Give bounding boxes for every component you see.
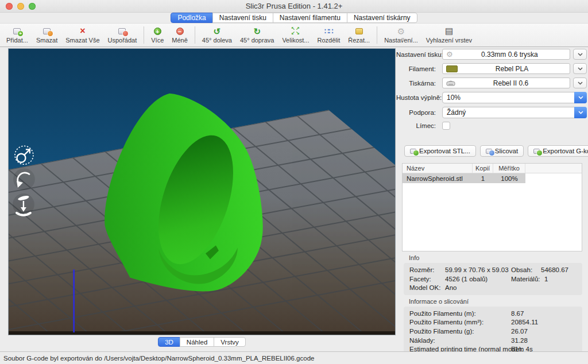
tab-podlozka[interactable]: Podložka [171,13,212,23]
tab-3d[interactable]: 3D [158,337,180,347]
view-mode-tab-bar: 3D Náhled Vrstvy [8,337,396,347]
table-header-row: Název Kopií Měřítko [403,164,582,173]
printer-label: Tiskárna: [396,80,442,87]
column-header-nazev: Název [403,164,473,173]
printer-select[interactable]: Rebel II 0.6 [442,78,570,88]
facets-label: Facety: [409,275,445,284]
filament-color-swatch [446,65,458,72]
chevron-down-icon [578,53,583,56]
rotate-gizmo[interactable] [13,168,35,190]
slice-button[interactable]: Slicovat [480,145,524,157]
cut-cube-icon [355,26,363,36]
slicing-group-title: Informace o slicování [409,298,587,305]
chevron-down-icon [578,82,583,85]
app-window: Slic3r Prusa Edition - 1.41.2+ Podložka … [0,0,588,364]
arrange-button[interactable]: Uspořádat [104,24,141,47]
arrange-cubes-icon [118,26,126,36]
title-bar: Slic3r Prusa Edition - 1.41.2+ [0,0,588,13]
split-dots-icon: ∷∷ [324,26,333,36]
flatten-gizmo[interactable] [13,193,34,215]
table-row[interactable]: NarrowSpheroid.stl 1 100% [403,173,582,183]
3d-viewport-canvas[interactable] [8,48,396,335]
gear-icon: ⚙ [397,26,405,36]
delete-all-x-icon: × [80,26,85,36]
rotate-right-button[interactable]: ↻ 45° doprava [236,24,278,47]
filament-mm3-label: Použito Filamentu (mm³): [409,318,511,327]
materials-value: 1 [541,275,582,284]
rotate-ccw-icon: ↺ [214,26,221,36]
toolbar-separator [377,26,377,44]
pane-splitter-handle[interactable] [401,38,404,41]
scale-arrows-icon: ↖↗↙↘ [291,26,300,36]
settings-sidebar: Nastavení tisku: ⚙ 0.33mm 0.6 tryska Fil… [396,49,587,357]
fewer-copies-button[interactable]: − Méně [168,24,192,47]
filament-mm3-value: 20854.11 [511,318,582,327]
support-dropdown[interactable]: Žádný [442,107,587,118]
model-ok-label: Model OK: [409,284,445,293]
more-copies-button[interactable]: + Více [147,24,168,47]
filament-select[interactable]: Rebel PLA [442,63,570,74]
rotate-left-button[interactable]: ↺ 45° doleva [198,24,236,47]
tab-vrstvy[interactable]: Vrstvy [214,337,246,347]
main-tab-bar: Podložka Nastavení tisku Nastavení filam… [0,13,588,23]
window-title: Slic3r Prusa Edition - 1.41.2+ [0,2,588,10]
minimize-window-button[interactable] [17,3,24,10]
slice-cube-icon [486,149,492,154]
cost-value: 31.28 [511,336,582,346]
delete-all-button[interactable]: × Smazat Vše [61,24,103,47]
tab-nastaveni-tiskarny[interactable]: Nastavení tiskárny [347,13,417,23]
filament-dropdown-button[interactable] [573,63,587,74]
delete-button[interactable]: Smazat [32,24,61,47]
tab-nahled[interactable]: Náhled [180,337,214,347]
tab-nastaveni-filamentu[interactable]: Nastavení filamentu [273,13,347,23]
export-cube-icon [533,149,540,154]
slicing-group-box: Použito Filamentu (m): 8.67 Použito Fila… [404,307,582,357]
printer-icon [446,80,455,86]
zoom-window-button[interactable] [29,3,36,10]
filament-g-label: Použito Filamentu (g): [409,327,511,336]
layer-smoothing-button[interactable]: ▤ Vyhlazení vrstev [422,24,476,47]
close-window-button[interactable] [6,3,13,10]
brim-label: Límec: [396,122,442,129]
print-settings-dropdown-button[interactable] [573,49,587,60]
infill-density-label: Hustota výplně: [396,94,442,101]
column-header-meritko: Měřítko [493,164,525,173]
size-value: 59.99 x 70.76 x 59.03 [445,266,511,275]
add-button[interactable]: + Přidat... [2,24,32,47]
object-settings-button[interactable]: ⚙ Nastavení... [380,24,422,47]
split-button[interactable]: ∷∷ Rozdělit [313,24,344,47]
size-label: Rozměr: [409,266,445,275]
model-ok-value: Ano [445,284,511,293]
toolbar: + Přidat... Smazat × Smazat Vše Uspořáda… [0,23,588,47]
export-stl-button[interactable]: Exportovat STL... [404,145,476,157]
status-message: Soubor G-code byl exportován do /Users/v… [3,355,314,362]
gear-icon: ⚙ [446,51,453,58]
object-list-table[interactable]: Název Kopií Měřítko NarrowSpheroid.stl 1… [402,163,582,251]
tab-nastaveni-tisku[interactable]: Nastavení tisku [212,13,273,23]
traffic-lights [6,3,36,10]
status-bar: Soubor G-code byl exportován do /Users/v… [0,351,588,364]
printer-dropdown-button[interactable] [573,78,587,88]
materials-label: Materiálů: [511,275,541,284]
brim-checkbox[interactable] [442,122,450,130]
layers-icon: ▤ [445,26,453,36]
info-group-box: Rozměr: 59.99 x 70.76 x 59.03 Obsah: 546… [404,263,582,295]
chevron-down-icon [574,107,587,118]
volume-label: Obsah: [511,266,541,275]
filament-label: Filament: [396,65,442,72]
facets-value: 4526 (1 obalů) [445,275,511,284]
cube-add-icon: + [13,26,21,36]
action-buttons: Exportovat STL... Slicovat Exportovat G-… [404,145,587,157]
print-settings-label: Nastavení tisku: [396,51,442,58]
infill-density-dropdown[interactable]: 10% [442,92,587,103]
column-header-kopii: Kopií [473,164,493,173]
export-gcode-button[interactable]: Exportovat G-kód... [528,145,588,157]
cost-label: Náklady: [409,336,511,346]
print-settings-select[interactable]: ⚙ 0.33mm 0.6 tryska [442,49,570,60]
rotate-cw-icon: ↻ [253,26,261,36]
cut-button[interactable]: Řezat... [344,24,374,47]
scale-button[interactable]: ↖↗↙↘ Velikost... [278,24,313,47]
toolbar-separator [195,26,195,44]
filament-g-value: 26.07 [511,327,582,336]
export-cube-icon [410,149,416,154]
